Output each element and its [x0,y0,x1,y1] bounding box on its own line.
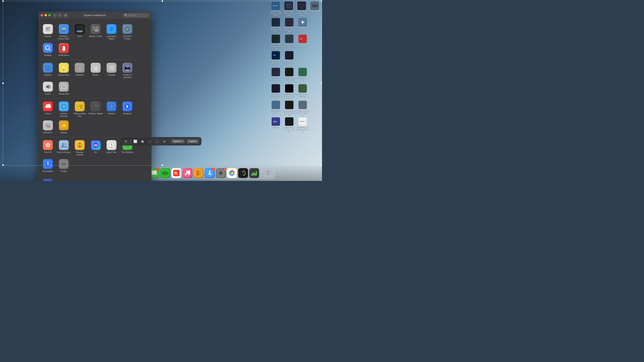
desktop-file-restore[interactable]: Restore-HDD test folder [296,84,309,100]
toolbar-close-icon[interactable]: ✕ [123,139,128,144]
desktop-file-ss13[interactable]: Screen Shot 2017-11-...3.02 PM [283,117,296,133]
pref-energy[interactable]: Energy Saver [56,61,72,80]
pref-ntfs[interactable]: NTFS NTFS for Mac [40,177,56,181]
pref-security[interactable]: Security & Privacy [120,22,135,41]
options-button[interactable]: Options ▾ [171,139,185,143]
handle-tl[interactable] [2,0,4,2]
pref-sound[interactable]: Sound [40,80,56,97]
siri-label: Siri [94,151,97,154]
forward-button[interactable]: › [58,13,62,17]
desktop-file-ss9[interactable]: Screen Shot 2017-11-...6.52 PM [283,67,296,83]
extensions-label: Extensions [43,131,52,134]
pref-network[interactable]: Network [104,100,120,119]
dock-chrome[interactable] [227,168,237,178]
pref-general[interactable]: General [40,22,56,41]
pref-spotlight[interactable]: Spotlight [40,41,56,58]
dock-istat[interactable] [238,168,248,178]
dock-music[interactable] [182,168,192,178]
pref-desktop[interactable]: Desktop & Screen Saver [56,22,72,41]
desktop-file-ss2[interactable]: Screen Shot 2017-11-...9.44 PM [295,1,308,17]
close-button[interactable] [41,14,43,16]
pref-datetime[interactable]: 18 Date & Time [104,139,120,158]
dock-istat2[interactable] [249,168,259,178]
svg-rect-108 [77,107,82,107]
maximize-button[interactable] [48,14,51,16]
desktop-file-tears3[interactable]: tearsof...9-53.txt tearsofsteel_4k 2018-… [296,117,309,133]
handle-tc[interactable] [162,0,163,2]
handle-ml[interactable] [2,82,4,84]
dock-trash[interactable] [263,168,273,178]
desktop-file-seagate[interactable]: Seagate My Passpor...e backup [296,100,309,116]
pref-displays[interactable]: Displays [40,61,56,80]
desktop-file-ps[interactable]: Ps Adobe Photoshop CC Test [269,50,282,67]
desktop-file-cinebench[interactable]: CINEBENCH_R15 [296,67,309,83]
svg-rect-81 [78,69,82,69]
pref-sharing[interactable]: Sharing [56,119,72,135]
desktop-file-ss12[interactable]: Screen Shot 2017-11-...2.50 PM [283,100,296,116]
pref-language[interactable]: Language & Region [104,22,120,41]
icloud-icon [43,101,53,111]
pref-wallet[interactable]: Wallet & Apple Pay [72,100,88,119]
desktop-file-ss5[interactable]: Screen Shot 2018-08...8.57 PM [269,34,282,50]
toolbar-selection-icon[interactable]: ⬚ [147,139,152,144]
toolbar-screen-icon[interactable]: ⬛ [154,139,160,144]
pref-touchid[interactable]: Touch ID [40,139,56,158]
network-label: Network [108,112,115,115]
dock-appstore[interactable]: 2 [205,168,215,178]
toolbar-window-icon[interactable]: ▣ [140,139,145,144]
pref-users[interactable]: Users & Groups [56,139,72,158]
dock-ibooks[interactable] [194,168,204,178]
desktop-file-tears[interactable]: tearsofsteel_4k.m4v [296,17,309,33]
pref-trackpad[interactable]: Trackpad [104,61,120,80]
pref-software[interactable]: Software Update [88,100,104,119]
pref-printers[interactable]: Printers & Scanners [120,61,135,80]
pref-profiles[interactable]: Profiles [56,158,72,174]
desktop-file-ss6[interactable]: Screen Shot 2017-11-...1.32 PM [283,34,296,50]
energy-icon [59,63,69,73]
pref-mouse[interactable]: Mouse [88,61,104,80]
pref-dock[interactable]: Dock [72,22,88,41]
desktop-file-speedtest[interactable]: Speed Speedtest by Ookla -...peed Test [269,1,282,17]
desktop-file-ss4[interactable]: Screen Shot 2017-11-...0.21 PM [283,17,296,33]
svg-rect-128 [44,141,52,149]
pref-accessibility[interactable]: Accessibility [40,158,56,174]
dock-sysprefs[interactable]: 1 [216,168,226,178]
toolbar-fullscreen-icon[interactable]: ⬜ [133,139,138,144]
desktop-file-handbrake[interactable]: dmg HandBrake-1.1.1.dmg [296,34,309,50]
svg-rect-26 [299,101,306,108]
desktop-file-ss1[interactable]: Screen Shot 2017-11-...8.28 PM [282,1,295,17]
pref-siri[interactable]: Siri [88,139,104,158]
pref-icloud[interactable]: iCloud [40,100,56,119]
pref-extensions[interactable]: Extensions [40,119,56,135]
dock-news[interactable]: N [171,168,181,178]
desktop-file-ss8[interactable]: Screen Shot 2018-12...4.36 AM [269,67,282,83]
pref-mission[interactable]: Mission Control [88,22,104,41]
desktop-file-ssd[interactable]: SamsungPortable SSD [308,1,321,17]
toolbar-selection2-icon[interactable]: ⊡ [162,139,167,144]
grid-view-button[interactable]: ⊞ [64,13,68,17]
pref-startup[interactable]: Startup Disk [56,80,72,97]
back-button[interactable]: ‹ [53,13,57,17]
desktop-file-magazine[interactable]: M4z M4gazine [269,117,282,133]
pref-notifications[interactable]: Notifications [56,41,72,58]
search-box[interactable]: 🔍 [123,13,149,17]
desktop-file-ss11[interactable]: Screen Shot 2017-11-...0.08 PM [283,84,296,100]
pref-internet[interactable]: @ Internet Accounts [56,100,72,119]
music-icon [182,168,192,178]
datetime-icon: 18 [106,140,116,150]
capture-button[interactable]: Capture [187,139,199,143]
dock-facetime[interactable] [160,168,170,178]
parental-icon: ! [75,140,85,150]
svg-rect-80 [81,68,82,68]
svg-rect-18 [272,69,279,75]
pref-keyboard[interactable]: Keyboard [72,61,88,80]
profiles-label: Profiles [60,170,67,173]
search-input[interactable] [128,14,148,17]
desktop-file-tears2[interactable]: tearsofsteel_4k.mov [269,100,282,116]
minimize-button[interactable] [44,14,47,16]
desktop-file-ss3[interactable]: Screen Shot 2018-08...8.17 PM [269,17,282,33]
desktop-file-ss10[interactable]: Screen Shot 2018-12...6.36 AM [269,84,282,100]
pref-parental[interactable]: ! Parental Controls [72,139,88,158]
desktop-file-ss7[interactable]: Screen Shot 2017-11-...2.52 PM [283,50,296,67]
pref-bluetooth[interactable]: Bluetooth [120,100,135,119]
